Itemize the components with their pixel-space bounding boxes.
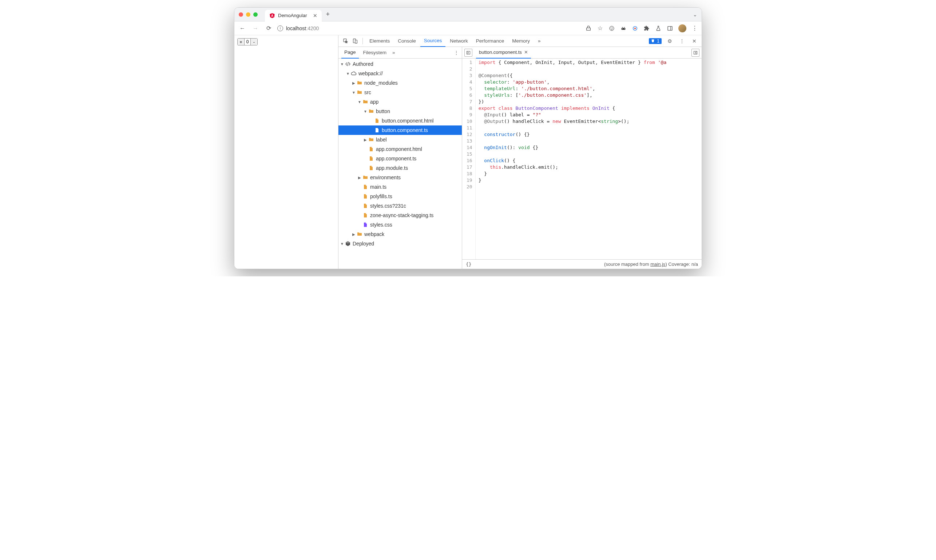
editor-collapse-button[interactable] <box>691 49 700 57</box>
tree-button-html[interactable]: button.component.html <box>338 116 462 125</box>
source-map-link[interactable]: main.js <box>650 262 665 267</box>
file-icon <box>374 127 380 133</box>
separator <box>362 38 363 45</box>
tab-console[interactable]: Console <box>394 35 419 47</box>
browser-tab[interactable]: DemoAngular ✕ <box>265 10 322 22</box>
deployed-icon <box>345 241 351 246</box>
device-toolbar-button[interactable] <box>351 37 359 45</box>
tree-app-html[interactable]: app.component.html <box>338 145 462 154</box>
back-button[interactable]: ← <box>238 24 247 33</box>
tree-src[interactable]: ▼src <box>338 88 462 97</box>
url-input[interactable]: i localhost:4200 <box>277 25 581 31</box>
close-tab-button[interactable]: ✕ <box>313 13 317 18</box>
tabs-dropdown-button[interactable]: ⌄ <box>693 12 697 17</box>
maximize-window-button[interactable] <box>253 12 258 17</box>
tree-app-module[interactable]: app.module.ts <box>338 163 462 173</box>
tree-label-folder[interactable]: ▶label <box>338 135 462 145</box>
close-window-button[interactable] <box>239 12 243 17</box>
angular-icon <box>269 13 275 18</box>
tree-webpack-folder[interactable]: ▶webpack <box>338 229 462 239</box>
editor-nav-button[interactable] <box>464 49 472 57</box>
tree-app-ts[interactable]: app.component.ts <box>338 154 462 163</box>
forward-button[interactable]: → <box>251 24 260 33</box>
editor-tab-close[interactable]: ✕ <box>524 49 528 55</box>
nav-tab-page[interactable]: Page <box>341 47 359 58</box>
nav-more-button[interactable]: » <box>392 50 395 55</box>
url-host: localhost <box>286 25 306 31</box>
editor-pane: button.component.ts ✕ 123456789101112131… <box>462 47 702 269</box>
file-tree: ▼Authored ▼webpack:// ▶node_modules ▼src… <box>338 58 462 269</box>
code-icon <box>345 61 351 67</box>
svg-rect-0 <box>587 28 591 30</box>
rendered-page: + 0 - <box>234 35 338 269</box>
profile-avatar[interactable] <box>678 25 686 32</box>
svg-point-3 <box>612 27 613 28</box>
tree-polyfills[interactable]: polyfills.ts <box>338 192 462 201</box>
site-info-icon[interactable]: i <box>277 25 283 31</box>
devtools-menu-button[interactable]: ⋮ <box>678 37 686 45</box>
counter-value: 0 <box>244 38 251 45</box>
code-content[interactable]: import { Component, OnInit, Input, Outpu… <box>476 58 669 259</box>
inspect-element-button[interactable] <box>341 37 350 45</box>
toolbar-icons: ☆ ⋮ <box>585 25 698 32</box>
tree-authored[interactable]: ▼Authored <box>338 59 462 69</box>
extension-icon-3[interactable] <box>632 25 638 32</box>
content-area: + 0 - Elements Console Sources Network P… <box>234 35 702 269</box>
nav-tab-filesystem[interactable]: Filesystem <box>360 47 390 58</box>
line-gutter: 1234567891011121314151617181920 <box>462 58 476 259</box>
tree-button-ts[interactable]: button.component.ts <box>338 125 462 135</box>
svg-rect-15 <box>355 40 357 43</box>
share-icon[interactable] <box>585 25 592 32</box>
editor-statusbar: {} (source mapped from main.js) Coverage… <box>462 259 702 269</box>
side-panel-icon[interactable] <box>667 25 673 32</box>
extension-icon-2[interactable] <box>620 25 627 32</box>
tree-button-folder[interactable]: ▼button <box>338 106 462 116</box>
cloud-icon <box>351 71 357 76</box>
issues-badge[interactable]: 1 <box>649 38 662 44</box>
svg-point-5 <box>622 28 623 29</box>
browser-menu-button[interactable]: ⋮ <box>691 25 698 32</box>
nav-menu-button[interactable]: ⋮ <box>454 50 459 55</box>
tab-memory[interactable]: Memory <box>508 35 534 47</box>
file-icon <box>362 184 368 190</box>
tab-performance[interactable]: Performance <box>472 35 508 47</box>
tree-zone[interactable]: zone-async-stack-tagging.ts <box>338 211 462 220</box>
bookmark-star-icon[interactable]: ☆ <box>597 25 603 32</box>
file-icon <box>368 165 374 171</box>
titlebar: DemoAngular ✕ + ⌄ <box>234 8 702 22</box>
browser-window: DemoAngular ✕ + ⌄ ← → ⟳ i localhost:4200… <box>234 7 702 269</box>
tree-styles[interactable]: styles.css <box>338 220 462 229</box>
tree-styles-q[interactable]: styles.css?231c <box>338 201 462 211</box>
pretty-print-button[interactable]: {} <box>466 262 472 267</box>
file-icon <box>362 212 368 218</box>
labs-flask-icon[interactable] <box>655 25 662 32</box>
devtools-close-button[interactable]: ✕ <box>690 37 699 45</box>
minimize-window-button[interactable] <box>246 12 250 17</box>
increment-button[interactable]: + <box>237 38 244 45</box>
decrement-button[interactable]: - <box>251 38 257 45</box>
tree-webpack-domain[interactable]: ▼webpack:// <box>338 69 462 78</box>
tree-environments[interactable]: ▶environments <box>338 173 462 182</box>
folder-icon <box>362 99 368 105</box>
reload-button[interactable]: ⟳ <box>264 24 273 33</box>
tab-sources[interactable]: Sources <box>420 35 446 47</box>
more-tabs-button[interactable]: » <box>534 35 544 47</box>
svg-point-2 <box>611 27 611 28</box>
traffic-lights <box>239 12 258 17</box>
tree-app[interactable]: ▼app <box>338 97 462 106</box>
extension-icon-1[interactable] <box>609 25 615 32</box>
svg-rect-4 <box>621 28 626 29</box>
tree-deployed[interactable]: ▼Deployed <box>338 239 462 248</box>
tab-title: DemoAngular <box>278 13 307 18</box>
tree-node-modules[interactable]: ▶node_modules <box>338 78 462 88</box>
editor-body[interactable]: 1234567891011121314151617181920 import {… <box>462 58 702 259</box>
file-icon <box>362 203 368 209</box>
folder-icon <box>357 80 362 86</box>
new-tab-button[interactable]: + <box>326 11 330 18</box>
devtools-settings-button[interactable]: ⚙ <box>665 37 674 45</box>
extensions-puzzle-icon[interactable] <box>643 25 650 32</box>
tree-main-ts[interactable]: main.ts <box>338 182 462 192</box>
tab-network[interactable]: Network <box>446 35 472 47</box>
tab-elements[interactable]: Elements <box>366 35 393 47</box>
editor-tab[interactable]: button.component.ts ✕ <box>476 47 531 58</box>
